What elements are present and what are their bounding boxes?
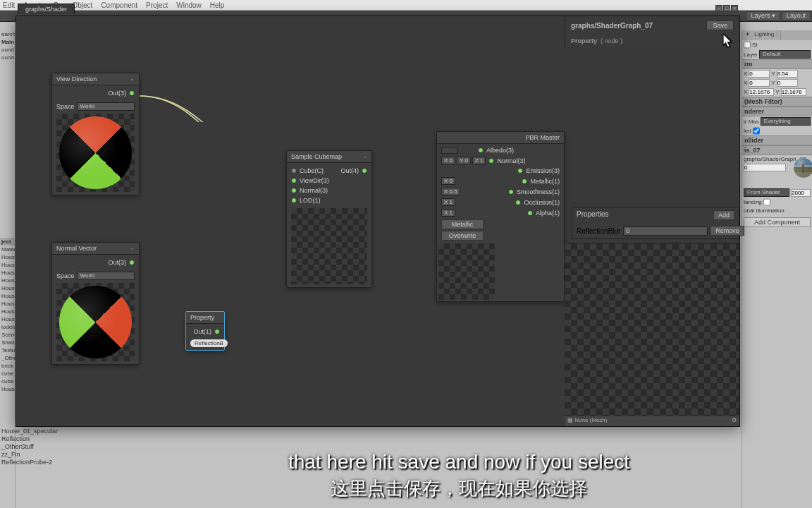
vec-field[interactable]: X 0	[441, 177, 455, 185]
hierarchy-item[interactable]: ound	[0, 54, 15, 61]
menu-project[interactable]: Project	[146, 1, 168, 9]
mesh-selector[interactable]: ▦ None (Mesh)	[567, 417, 607, 425]
node-sample-cubemap[interactable]: Sample Cubemap⌄ Cube(C) ViewDir(3) Norma…	[286, 150, 372, 288]
vec-y[interactable]: Y 0	[457, 157, 471, 164]
project-item[interactable]: Reflection	[1, 435, 58, 443]
pos-y[interactable]	[777, 70, 798, 78]
collapse-icon[interactable]: ⌄	[362, 153, 367, 160]
graph-canvas[interactable]: View Direction⌄ Out(3) SpaceWorld Normal…	[16, 16, 739, 426]
instancing-checkbox[interactable]	[763, 198, 770, 206]
project-item[interactable]: Hous	[0, 284, 15, 292]
pos-x[interactable]	[749, 70, 770, 78]
hierarchy-item[interactable]: Main	[0, 38, 15, 46]
port-in-dot[interactable]	[478, 147, 484, 153]
mesh-filter-header[interactable]: (Mesh Filter)	[742, 97, 812, 107]
project-item[interactable]: cube	[0, 377, 15, 385]
render-queue-value[interactable]	[791, 189, 811, 197]
project-item[interactable]: _OtherStuff	[1, 443, 58, 451]
port-out-dot[interactable]	[129, 260, 135, 265]
project-item[interactable]: Hous	[0, 261, 15, 269]
workflow-button[interactable]: Metallic	[441, 219, 484, 229]
port-out-dot[interactable]	[129, 90, 135, 96]
surface-button[interactable]: Overwrite	[441, 231, 484, 241]
project-item[interactable]: Hous	[0, 292, 15, 300]
menu-window[interactable]: Window	[176, 1, 202, 9]
close-button[interactable]: ×	[731, 5, 738, 12]
vec-z[interactable]: Z 1	[472, 157, 486, 164]
space-dropdown[interactable]: World	[77, 102, 135, 111]
vec-field[interactable]: X 0.5	[441, 188, 460, 195]
layers-dropdown[interactable]: Layers ▾	[746, 11, 780, 20]
menu-help[interactable]: Help	[210, 1, 225, 9]
project-item[interactable]: House_01_specular	[1, 428, 58, 435]
menu-edit[interactable]: Edit	[3, 1, 15, 9]
port-in-dot[interactable]	[508, 189, 514, 195]
project-item[interactable]: _Other	[0, 354, 15, 362]
project-item[interactable]: Hous	[0, 300, 15, 308]
material-dropdown[interactable]: Everything	[761, 117, 811, 126]
port-in-dot[interactable]	[291, 168, 297, 174]
tab-lighting[interactable]: ☀ Lighting	[742, 30, 781, 40]
node-view-direction[interactable]: View Direction⌄ Out(3) SpaceWorld	[51, 73, 140, 195]
space-dropdown[interactable]: World	[77, 272, 135, 280]
add-property-button[interactable]: Add	[713, 210, 734, 220]
node-normal-vector[interactable]: Normal Vector⌄ Out(3) SpaceWorld	[51, 242, 140, 365]
collapse-icon[interactable]: ⌄	[130, 245, 135, 252]
port-in-dot[interactable]	[291, 198, 297, 203]
node-property[interactable]: Property Out(1) ReflectionB	[185, 311, 225, 351]
save-button[interactable]: Save	[706, 20, 734, 30]
remove-property-button[interactable]: Remove	[710, 226, 744, 236]
project-item[interactable]: Hous	[0, 385, 15, 393]
project-item[interactable]: Shader	[0, 339, 15, 346]
port-in-dot[interactable]	[515, 200, 521, 205]
node-pbr-master[interactable]: PBR Master Albedo(3) X 0Y 0Z 1Normal(3) …	[436, 131, 565, 302]
project-item[interactable]: lodels	[0, 323, 15, 331]
preview-settings-icon[interactable]: ⚙	[732, 417, 737, 425]
project-item[interactable]: ReflectionProbe-2	[1, 459, 58, 466]
project-item[interactable]: Hous	[0, 253, 15, 261]
collapse-icon[interactable]: ⌄	[130, 75, 135, 83]
project-item[interactable]: Hous	[0, 277, 15, 284]
layout-dropdown[interactable]: Layout	[782, 11, 811, 20]
minimize-button[interactable]: –	[715, 5, 722, 12]
port-out-dot[interactable]	[214, 329, 220, 334]
property-value-field[interactable]	[623, 226, 708, 236]
render-queue-dropdown[interactable]: From Shader	[744, 188, 789, 197]
shader-header[interactable]: is_07	[742, 145, 812, 155]
albedo-swatch[interactable]	[441, 147, 458, 154]
add-component-button[interactable]: Add Component	[744, 217, 811, 227]
scale-x[interactable]	[749, 88, 774, 96]
hierarchy-search[interactable]: earch	[0, 30, 15, 38]
port-out-dot[interactable]	[362, 168, 367, 174]
collider-header[interactable]: ollider	[742, 135, 812, 145]
renderer-header[interactable]: nderer	[742, 107, 812, 116]
port-in-dot[interactable]	[291, 188, 297, 193]
vec-x[interactable]: X 0	[441, 157, 455, 164]
graph-tab[interactable]: graphs/Shader	[18, 4, 75, 14]
vec-field[interactable]: X 1	[441, 198, 455, 206]
project-item[interactable]: Scenes	[0, 331, 15, 339]
project-item[interactable]: Hous	[0, 269, 15, 277]
rot-x[interactable]	[749, 79, 770, 87]
port-in-dot[interactable]	[291, 178, 297, 183]
project-item[interactable]: zz_Fin	[1, 451, 58, 459]
hierarchy-item[interactable]: ound	[0, 46, 15, 54]
project-item[interactable]: Textur	[0, 346, 15, 354]
project-item[interactable]: brick	[0, 362, 15, 370]
rot-y[interactable]	[777, 79, 798, 87]
reflection-blur-field[interactable]	[744, 164, 786, 171]
transform-header[interactable]: rm	[742, 59, 812, 69]
port-in-dot[interactable]	[517, 168, 523, 174]
project-item[interactable]: Hous	[0, 308, 15, 315]
port-in-dot[interactable]	[488, 158, 494, 164]
port-in-dot[interactable]	[527, 210, 533, 216]
static-checkbox[interactable]	[744, 41, 751, 49]
maximize-button[interactable]: □	[723, 5, 730, 12]
project-item[interactable]: Hous	[0, 315, 15, 323]
layer-dropdown[interactable]: Default	[759, 50, 811, 59]
menu-component[interactable]: Component	[101, 1, 137, 9]
project-item[interactable]: Materi	[0, 246, 15, 253]
shadow-checkbox[interactable]	[753, 127, 760, 135]
vec-field[interactable]: X 1	[441, 209, 455, 217]
scale-y[interactable]	[781, 88, 806, 96]
